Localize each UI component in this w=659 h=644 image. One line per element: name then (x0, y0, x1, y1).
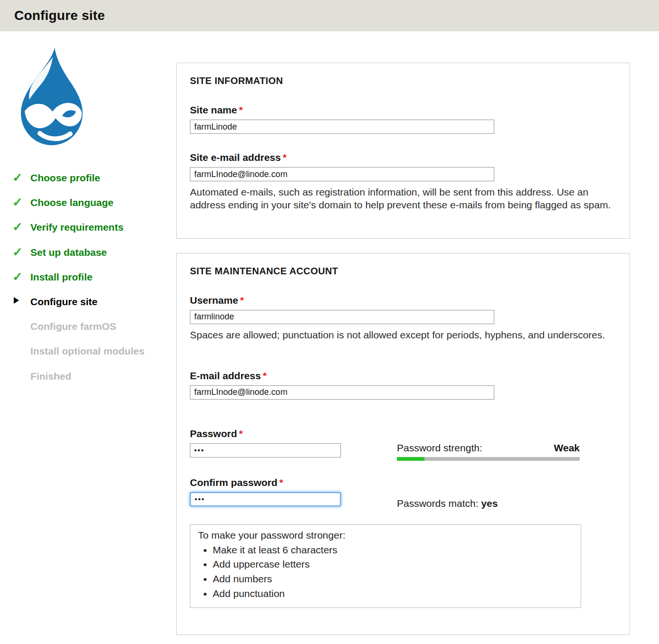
password-input[interactable] (190, 443, 341, 457)
password-strength-row: Password strength: Weak (397, 442, 580, 454)
site-information-legend: SITE INFORMATION (190, 75, 616, 86)
required-marker: * (263, 370, 266, 381)
password-strength-bar (397, 457, 580, 461)
check-icon: ✓ (12, 220, 23, 234)
password-suggestion-item: Make it at least 6 characters (213, 544, 573, 557)
password-label: Password* (190, 428, 354, 439)
configure-site-form: SITE INFORMATION Site name* Site e-mail … (176, 63, 630, 644)
site-maintenance-account-legend: SITE MAINTENANCE ACCOUNT (190, 266, 616, 277)
check-icon: ✓ (12, 170, 23, 185)
content: ✓ Choose profile ✓ Choose language ✓ Ver… (0, 31, 659, 644)
step-choose-profile: ✓ Choose profile (12, 172, 176, 184)
passwords-match-label: Passwords match: (397, 498, 481, 509)
required-marker: * (239, 428, 243, 439)
check-icon: ✓ (12, 195, 23, 210)
step-label: Finished (30, 371, 71, 382)
site-name-label: Site name* (190, 104, 616, 116)
account-email-label: E-mail address* (190, 370, 616, 382)
step-label: Install optional modules (30, 345, 144, 356)
required-marker: * (239, 104, 243, 115)
password-strength-label: Password strength: (397, 442, 482, 454)
username-field: Username* Spaces are allowed; punctuatio… (190, 295, 616, 342)
password-suggestion-item: Add uppercase letters (213, 558, 573, 571)
password-strength: Password strength: Weak (397, 442, 580, 461)
password-row: Password* Password strength: Weak (190, 428, 616, 461)
install-steps: ✓ Choose profile ✓ Choose language ✓ Ver… (12, 172, 176, 382)
site-email-field: Site e-mail address* Automated e-mails, … (190, 152, 616, 212)
confirm-password-field: Confirm password* (190, 477, 354, 506)
current-step-arrow-icon (14, 297, 19, 304)
step-verify-requirements: ✓ Verify requirements (12, 221, 176, 233)
username-label: Username* (190, 295, 616, 306)
confirm-password-row: Confirm password* Passwords match: yes (190, 477, 616, 509)
drupal-drop-icon (10, 46, 92, 148)
check-icon: ✓ (12, 270, 23, 284)
password-suggestions-list: Make it at least 6 characters Add upperc… (198, 544, 573, 601)
password-suggestion-item: Add punctuation (213, 588, 573, 600)
step-choose-language: ✓ Choose language (12, 196, 176, 208)
step-label: Install profile (30, 271, 93, 282)
page-title: Configure site (14, 8, 105, 23)
step-finished: Finished (12, 370, 176, 382)
step-label: Choose language (30, 197, 113, 208)
password-field: Password* (190, 428, 354, 457)
step-label: Choose profile (30, 172, 100, 183)
site-email-input[interactable] (190, 167, 494, 181)
site-name-field: Site name* (190, 104, 616, 134)
site-maintenance-account-section: SITE MAINTENANCE ACCOUNT Username* Space… (176, 253, 630, 635)
check-icon: ✓ (12, 245, 23, 260)
step-configure-farmos: Configure farmOS (12, 320, 176, 332)
step-install-optional-modules: Install optional modules (12, 345, 176, 357)
required-marker: * (240, 295, 244, 306)
step-label: Verify requirements (30, 222, 123, 233)
account-email-field: E-mail address* (190, 370, 616, 400)
install-sidebar: ✓ Choose profile ✓ Choose language ✓ Ver… (0, 31, 176, 644)
confirm-password-input[interactable] (190, 492, 341, 506)
username-help: Spaces are allowed; punctuation is not a… (190, 329, 616, 342)
site-information-section: SITE INFORMATION Site name* Site e-mail … (176, 63, 630, 239)
site-email-label: Site e-mail address* (190, 152, 616, 163)
username-input[interactable] (190, 310, 494, 324)
password-suggestion-item: Add numbers (213, 573, 573, 586)
account-email-input[interactable] (190, 385, 494, 400)
step-configure-site: Configure site (12, 296, 176, 308)
passwords-match-value: yes (481, 498, 498, 509)
password-suggestions-title: To make your password stronger: (198, 529, 573, 542)
required-marker: * (279, 477, 283, 488)
required-marker: * (282, 152, 286, 163)
site-name-input[interactable] (190, 120, 494, 134)
password-strength-level: Weak (554, 442, 580, 454)
site-email-help: Automated e-mails, such as registration … (190, 186, 616, 212)
step-label: Configure site (30, 296, 97, 307)
password-strength-fill (397, 457, 424, 461)
confirm-password-label: Confirm password* (190, 477, 354, 488)
passwords-match: Passwords match: yes (397, 498, 580, 509)
step-label: Set up database (30, 247, 107, 258)
step-install-profile: ✓ Install profile (12, 271, 176, 283)
page-header: Configure site (0, 0, 659, 31)
step-label: Configure farmOS (30, 321, 116, 332)
drupal-logo (10, 46, 92, 148)
password-suggestions: To make your password stronger: Make it … (190, 524, 581, 608)
step-set-up-database: ✓ Set up database (12, 246, 176, 258)
